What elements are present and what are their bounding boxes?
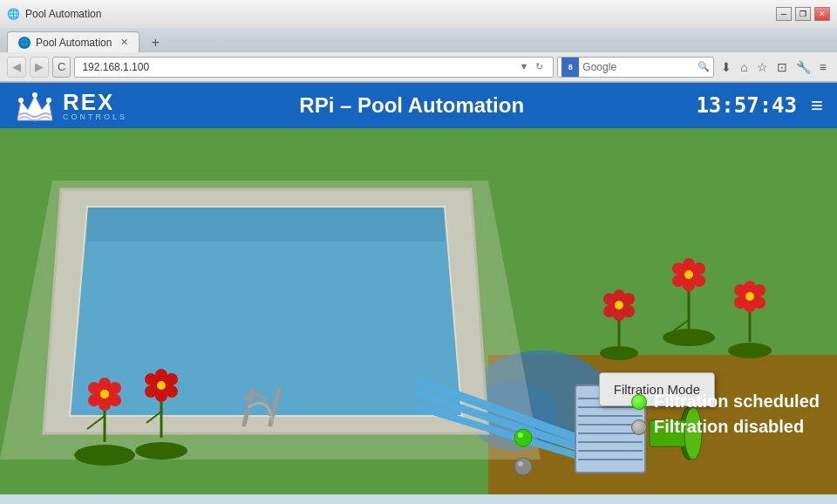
disabled-indicator-dot (631, 419, 647, 435)
status-panel: Filtration scheduled Filtration disabled (631, 392, 820, 442)
address-icons: ▼ ↻ (516, 61, 546, 72)
svg-point-63 (663, 329, 715, 346)
svg-marker-11 (87, 207, 445, 242)
logo-rex-label: REX (63, 91, 127, 113)
svg-point-35 (88, 382, 100, 394)
svg-point-81 (613, 289, 625, 302)
svg-point-41 (100, 390, 109, 398)
svg-point-87 (514, 458, 532, 475)
svg-point-58 (672, 275, 684, 287)
svg-point-50 (155, 390, 167, 402)
header-right: 13:57:43 ≡ (696, 93, 823, 118)
svg-point-85 (514, 429, 532, 446)
svg-point-73 (745, 292, 754, 301)
app-title: RPi – Pool Automation (299, 93, 524, 118)
search-bar[interactable]: 8 Google 🔍 (557, 57, 714, 78)
title-bar-controls: ─ ❐ ✕ (776, 7, 830, 21)
home-icon[interactable]: ⌂ (737, 60, 751, 74)
address-text: 192.168.1.100 (82, 61, 516, 73)
svg-point-83 (615, 301, 623, 310)
refresh-button[interactable]: C (52, 57, 71, 78)
svg-point-37 (88, 394, 100, 406)
svg-point-60 (683, 258, 695, 270)
settings-icon[interactable]: ⊡ (773, 60, 791, 74)
hamburger-menu-icon[interactable]: ≡ (811, 93, 823, 118)
rex-logo-icon (14, 87, 56, 124)
filtration-scheduled-status: Filtration scheduled (631, 392, 820, 412)
svg-point-59 (693, 275, 705, 287)
svg-point-82 (613, 309, 625, 321)
filtration-scheduled-label: Filtration scheduled (654, 392, 820, 412)
filtration-disabled-label: Filtration disabled (654, 417, 804, 437)
tab-title: Pool Automation (36, 37, 112, 49)
close-button[interactable]: ✕ (814, 7, 830, 21)
minimize-button[interactable]: ─ (776, 7, 792, 21)
logo: REX CONTROLS (14, 87, 127, 124)
restore-button[interactable]: ❐ (795, 7, 811, 21)
menu-icon[interactable]: ≡ (816, 60, 830, 74)
svg-point-74 (728, 343, 772, 358)
svg-point-57 (693, 262, 705, 275)
svg-point-51 (157, 381, 166, 390)
svg-point-1 (18, 98, 24, 103)
window-title: Pool Automation (25, 8, 101, 20)
bookmark-star-icon: ▼ (516, 61, 531, 72)
tab-favicon: 🌐 (18, 37, 31, 49)
app-header: REX CONTROLS RPi – Pool Automation 13:57… (0, 83, 837, 128)
svg-point-52 (74, 445, 135, 466)
download-icon[interactable]: ⬇ (718, 60, 735, 74)
svg-point-48 (166, 385, 178, 398)
bookmark-icon[interactable]: ☆ (753, 60, 772, 74)
nav-extras: ⬇ ⌂ ☆ ⊡ 🔧 ≡ (718, 60, 830, 74)
tab-close-icon[interactable]: ✕ (120, 37, 128, 48)
svg-point-71 (744, 281, 756, 293)
svg-point-38 (109, 394, 121, 406)
svg-point-39 (99, 378, 111, 390)
svg-point-3 (46, 98, 51, 103)
svg-point-53 (135, 442, 187, 460)
forward-button[interactable]: ▶ (30, 57, 49, 78)
search-placeholder: Google (582, 61, 698, 73)
clock-display: 13:57:43 (696, 93, 797, 118)
svg-point-40 (99, 398, 111, 411)
reload-icon: ↻ (533, 61, 546, 72)
back-button[interactable]: ◀ (7, 57, 26, 78)
address-bar[interactable]: 192.168.1.100 ▼ ↻ (74, 57, 554, 78)
logo-controls-label: CONTROLS (63, 113, 127, 121)
browser-chrome: 🌐 Pool Automation ─ ❐ ✕ 🌐 Pool Automatio… (0, 0, 837, 83)
extensions-icon[interactable]: 🔧 (793, 60, 814, 74)
filtration-disabled-status: Filtration disabled (631, 417, 820, 437)
svg-point-2 (32, 92, 37, 98)
new-tab-button[interactable]: + (145, 33, 166, 52)
svg-point-62 (684, 270, 693, 279)
svg-point-72 (744, 300, 756, 312)
nav-bar: ◀ ▶ C 192.168.1.100 ▼ ↻ 8 Google 🔍 ⬇ ⌂ ☆… (0, 52, 837, 82)
svg-point-88 (518, 461, 523, 467)
active-tab[interactable]: 🌐 Pool Automation ✕ (7, 31, 140, 52)
search-button-icon[interactable]: 🔍 (698, 61, 710, 72)
svg-point-84 (600, 346, 638, 360)
svg-point-46 (166, 373, 178, 385)
main-content: Filtration Mode Filtration scheduled Fil… (0, 128, 837, 494)
svg-point-47 (145, 385, 157, 398)
svg-point-56 (672, 262, 684, 275)
svg-point-45 (145, 373, 157, 385)
svg-point-61 (683, 279, 695, 291)
svg-point-86 (518, 432, 523, 438)
search-provider-icon: 8 (561, 58, 579, 77)
logo-text: REX CONTROLS (63, 91, 127, 121)
svg-point-36 (109, 382, 121, 394)
title-bar: 🌐 Pool Automation ─ ❐ ✕ (0, 0, 837, 28)
tab-bar: 🌐 Pool Automation ✕ + (0, 28, 837, 52)
svg-point-49 (155, 369, 167, 381)
scheduled-indicator-dot (631, 394, 647, 410)
